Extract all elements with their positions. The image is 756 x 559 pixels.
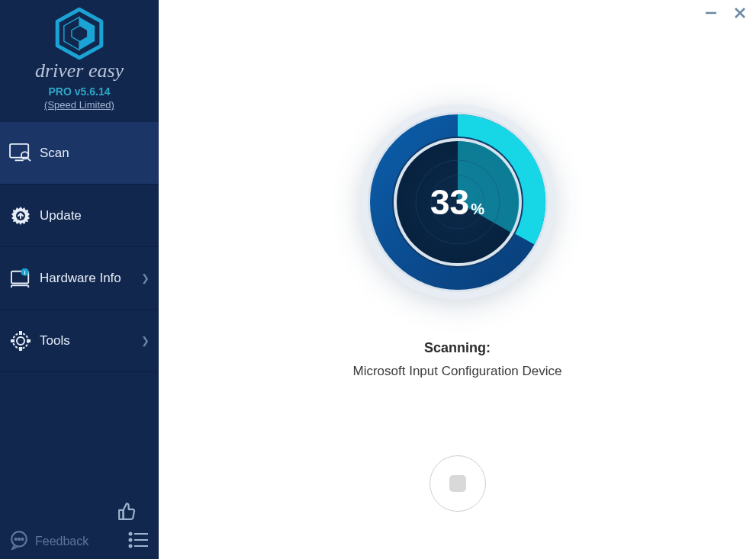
svg-point-21 (21, 538, 23, 540)
svg-rect-17 (27, 339, 31, 342)
svg-point-19 (15, 538, 17, 540)
svg-point-13 (17, 337, 24, 345)
chat-icon (9, 530, 29, 553)
logo-area: driver easy PRO v5.6.14 (Speed Limited) (0, 0, 159, 111)
scan-progress: 33 % (355, 99, 561, 305)
hardware-info-icon: i (8, 265, 34, 291)
svg-rect-16 (11, 339, 14, 342)
svg-point-26 (130, 545, 132, 548)
status-detail: Microsoft Input Configuration Device (352, 364, 561, 379)
nav-item-scan[interactable]: Scan (0, 122, 159, 185)
feedback-button[interactable]: Feedback (9, 530, 88, 553)
speed-limited-link[interactable]: (Speed Limited) (44, 99, 114, 111)
list-menu-icon[interactable] (128, 532, 150, 551)
scan-icon (8, 140, 34, 166)
svg-point-20 (18, 538, 20, 540)
nav-item-update[interactable]: Update (0, 185, 159, 247)
stop-scan-button[interactable] (429, 455, 486, 512)
nav-item-hardware-info[interactable]: i Hardware Info ❯ (0, 247, 159, 310)
svg-point-22 (130, 533, 132, 535)
thumbs-up-icon[interactable] (117, 501, 137, 524)
svg-rect-14 (19, 331, 22, 335)
chevron-right-icon: ❯ (141, 272, 150, 284)
close-button[interactable] (732, 5, 748, 21)
main-content: 33 % Scanning: Microsoft Input Configura… (159, 0, 756, 559)
chevron-right-icon: ❯ (141, 335, 150, 346)
update-icon (8, 203, 34, 229)
window-controls (703, 5, 748, 21)
minimize-button[interactable] (703, 5, 719, 21)
feedback-label: Feedback (35, 535, 88, 548)
stop-icon (449, 475, 466, 492)
brand-text: driver easy (0, 59, 159, 82)
nav: Scan Update i (0, 122, 159, 372)
nav-label: Tools (40, 333, 141, 349)
nav-label: Update (40, 208, 150, 223)
tools-icon (8, 328, 34, 354)
app-logo-icon (52, 6, 107, 61)
nav-label: Hardware Info (40, 271, 141, 286)
progress-text: 33 % (430, 182, 484, 223)
sidebar: driver easy PRO v5.6.14 (Speed Limited) … (0, 0, 159, 559)
svg-rect-1 (10, 143, 28, 157)
version-text: PRO v5.6.14 (0, 85, 159, 98)
svg-point-24 (130, 539, 132, 541)
svg-rect-15 (19, 347, 22, 351)
sidebar-footer: Feedback (0, 493, 159, 559)
progress-unit: % (471, 201, 484, 218)
status-heading: Scanning: (424, 340, 491, 356)
progress-value: 33 (430, 182, 469, 223)
svg-point-12 (13, 333, 28, 349)
svg-line-4 (27, 158, 31, 161)
nav-item-tools[interactable]: Tools ❯ (0, 310, 159, 372)
svg-text:i: i (24, 268, 26, 275)
nav-label: Scan (40, 146, 150, 161)
